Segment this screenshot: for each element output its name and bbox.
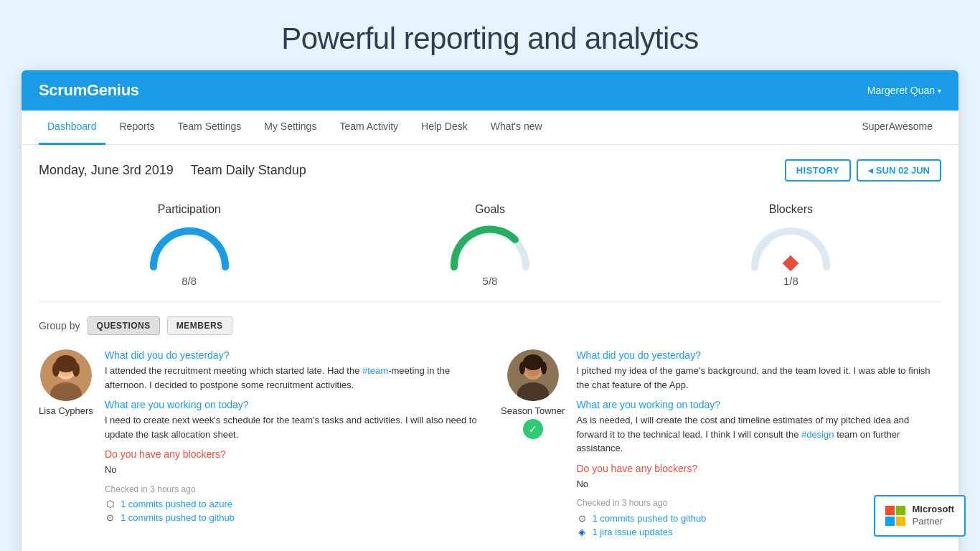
gauge-participation-value: 8/8 [182,275,197,287]
ms-logo-red [885,506,895,515]
members-grid: Lisa Cyphers What did you do yesterday? … [39,349,941,551]
azure-icon: ⬡ [105,499,116,510]
group-by-row: Group by QUESTIONS MEMBERS [39,316,941,335]
ms-logo [885,506,905,526]
standup-name: Team Daily Standup [191,163,306,178]
svg-rect-0 [783,255,799,270]
nav-item-reports[interactable]: Reports [111,110,164,145]
blocker-question-season: Do you have any blockers? [576,463,941,474]
answer-lisa-1: I attended the recruitment meeting which… [105,364,479,392]
gauge-blockers-value: 1/8 [783,275,798,287]
group-by-members-button[interactable]: MEMBERS [167,316,232,335]
member-left-lisa: Lisa Cyphers [39,349,93,540]
blocker-answer-season: No [576,477,941,491]
avatar-lisa-img [40,349,92,401]
github-icon-season: ⊙ [576,512,588,524]
nav-item-team-settings[interactable]: Team Settings [169,110,250,145]
svg-point-13 [519,362,525,375]
svg-point-6 [52,362,60,377]
member-content-lisa: What did you do yesterday? I attended th… [105,349,479,540]
question-season-1: What did you do yesterday? [576,349,941,361]
main-content: Monday, June 3rd 2019 Team Daily Standup… [22,145,958,551]
standup-header: Monday, June 3rd 2019 Team Daily Standup… [39,159,941,182]
nav-item-whats-new[interactable]: What's new [482,110,551,145]
ms-logo-yellow [896,517,905,526]
highlight-team: #team [362,365,388,376]
answer-season-2: As is needed, I will create the cost and… [576,413,941,456]
commit-github-lisa: ⊙ 1 commits pushed to github [105,512,479,524]
check-badge-season: ✓ [523,419,543,439]
gauge-blockers-svg [748,220,834,270]
nav-item-my-settings[interactable]: My Settings [255,110,325,145]
question-lisa-1: What did you do yesterday? [105,349,479,361]
gauge-participation-svg [146,220,232,270]
jira-icon-season: ◈ [576,526,588,537]
highlight-design: #design [801,429,834,440]
ms-logo-blue [885,517,895,526]
user-menu[interactable]: Margeret Quan ▾ [867,85,941,96]
commit-text-jira-season: 1 jira issue updates [592,527,672,537]
ms-partner-text: MicrosoftPartner [913,504,955,528]
gauge-participation: Participation 8/8 [146,203,232,287]
answer-lisa-2: I need to create next week's schedule fo… [105,413,479,441]
member-name-lisa: Lisa Cyphers [39,405,93,416]
member-name-season: Season Towner [501,405,565,416]
standup-date: Monday, June 3rd 2019 [39,163,174,178]
svg-point-12 [523,354,543,370]
gauge-goals: Goals 5/8 [447,203,533,287]
chevron-down-icon: ▾ [938,87,941,95]
answer-season-1: I pitched my idea of the game's backgrou… [576,364,941,392]
secondary-nav: Dashboard Reports Team Settings My Setti… [22,110,958,145]
app-window: ScrumGenius Margeret Quan ▾ Dashboard Re… [22,70,958,551]
top-nav: ScrumGenius Margeret Quan ▾ [22,70,958,110]
nav-item-dashboard[interactable]: Dashboard [39,110,105,145]
nav-item-superawesome[interactable]: SuperAwesome [853,110,941,145]
brand-logo: ScrumGenius [39,81,139,100]
ms-partner-subtext: Partner [913,516,955,528]
gauges-row: Participation 8/8 Goals 5/8 [39,196,941,302]
blocker-question-lisa: Do you have any blockers? [105,448,479,460]
nav-item-help-desk[interactable]: Help Desk [413,110,476,145]
member-left-season: Season Towner ✓ [501,349,565,540]
avatar-season [507,349,559,401]
blocker-answer-lisa: No [105,463,479,477]
hero-title: Powerful reporting and analytics [0,0,980,70]
commit-text-github-lisa: 1 commits pushed to github [121,512,235,523]
question-lisa-2: What are you working on today? [105,399,479,410]
avatar-lisa [40,349,92,401]
history-button[interactable]: HISTORY [785,159,852,182]
group-by-label: Group by [39,320,80,331]
gauge-blockers-label: Blockers [769,203,813,216]
commit-azure-lisa: ⬡ 1 commits pushed to azure [105,499,479,510]
question-season-2: What are you working on today? [576,399,941,410]
gauge-goals-value: 5/8 [483,275,498,287]
gauge-blockers: Blockers 1/8 [748,203,834,287]
nav-item-team-activity[interactable]: Team Activity [331,110,407,145]
checked-in-lisa: Checked in 3 hours ago [105,484,479,494]
date-nav-button[interactable]: ◂ SUN 02 JUN [857,159,941,182]
user-name: Margeret Quan [867,85,935,96]
standup-left: Monday, June 3rd 2019 Team Daily Standup [39,163,306,178]
github-icon: ⊙ [105,512,116,524]
ms-logo-green [896,506,905,515]
gauge-participation-label: Participation [158,203,221,216]
commit-text-github-season: 1 commits pushed to github [592,513,706,524]
ms-partner-badge: MicrosoftPartner [874,495,966,537]
commit-text-azure-lisa: 1 commits pushed to azure [121,499,232,509]
standup-nav: HISTORY ◂ SUN 02 JUN [785,159,941,182]
gauge-goals-svg [447,220,533,270]
svg-point-14 [541,362,547,375]
avatar-season-img [507,349,559,401]
member-card-lisa: Lisa Cyphers What did you do yesterday? … [39,349,479,551]
gauge-goals-label: Goals [475,203,505,216]
svg-point-7 [72,362,80,377]
group-by-questions-button[interactable]: QUESTIONS [88,316,160,335]
